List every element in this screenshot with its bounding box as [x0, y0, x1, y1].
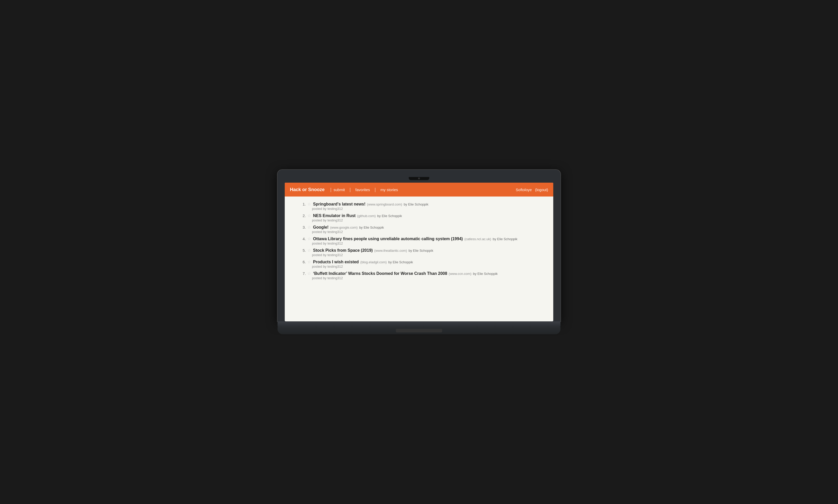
header-nav: submit | favorites | my stories: [334, 187, 398, 193]
header: Hack or Snooze | submit | favorites | my…: [285, 183, 553, 197]
story-domain: (www.springboard.com): [367, 202, 402, 206]
story-domain: (catless.ncl.ac.uk): [464, 237, 491, 241]
story-title[interactable]: ‘Buffett Indicator’ Warns Stocks Doomed …: [313, 271, 447, 276]
story-list: 1. ☆ Springboard's latest news! (www.spr…: [300, 202, 543, 280]
story-posted-by: posted by testing312: [312, 218, 343, 222]
nav-divider-3: |: [372, 187, 378, 193]
stories-content: 1. ☆ Springboard's latest news! (www.spr…: [285, 197, 553, 293]
screen-bezel: Hack or Snooze | submit | favorites | my…: [277, 170, 561, 321]
story-domain: (www.ccn.com): [449, 272, 472, 276]
story-domain: (blog.eladgil.com): [360, 260, 387, 264]
star-icon[interactable]: ☆: [307, 248, 311, 253]
story-item: 4. ☆ Ottawa Library fines people using u…: [300, 236, 543, 245]
story-sub-line: posted by testing312: [300, 253, 543, 257]
story-title[interactable]: Stock Picks from Space (2019): [313, 248, 373, 253]
story-main-line: 1. ☆ Springboard's latest news! (www.spr…: [300, 202, 543, 206]
story-sub-line: posted by testing312: [300, 207, 543, 211]
story-main-line: 7. ☆ ‘Buffett Indicator’ Warns Stocks Do…: [300, 271, 543, 276]
camera-notch: [409, 177, 429, 180]
laptop-frame: Hack or Snooze | submit | favorites | my…: [277, 170, 561, 334]
story-main-line: 6. ☆ Products I wish existed (blog.eladg…: [300, 259, 543, 264]
story-posted-by: posted by testing312: [312, 230, 343, 234]
story-sub-line: posted by testing312: [300, 218, 543, 222]
story-main-line: 5. ☆ Stock Picks from Space (2019) (www.…: [300, 248, 543, 253]
story-number: 1.: [300, 202, 306, 206]
story-number: 7.: [300, 271, 306, 276]
nav-submit[interactable]: submit: [334, 187, 345, 192]
story-sub-line: posted by testing312: [300, 241, 543, 245]
logout-button[interactable]: (logout): [535, 187, 548, 192]
story-number: 5.: [300, 248, 306, 253]
story-title[interactable]: Products I wish existed: [313, 260, 359, 264]
star-icon[interactable]: ☆: [307, 236, 311, 241]
story-by: by Elie Schoppik: [377, 214, 402, 218]
star-icon[interactable]: ☆: [307, 259, 311, 264]
story-item: 6. ☆ Products I wish existed (blog.eladg…: [300, 259, 543, 268]
story-posted-by: posted by testing312: [312, 207, 343, 211]
star-icon[interactable]: ☆: [307, 271, 311, 276]
story-posted-by: posted by testing312: [312, 265, 343, 268]
story-posted-by: posted by testing312: [312, 253, 343, 257]
story-item: 7. ☆ ‘Buffett Indicator’ Warns Stocks Do…: [300, 271, 543, 280]
story-sub-line: posted by testing312: [300, 230, 543, 234]
story-domain: (www.theatlantic.com): [374, 249, 407, 253]
star-icon[interactable]: ☆: [307, 213, 311, 218]
story-posted-by: posted by testing312: [312, 276, 343, 280]
username: Softoloye: [516, 187, 532, 192]
story-number: 2.: [300, 214, 306, 218]
screen: Hack or Snooze | submit | favorites | my…: [285, 183, 553, 321]
story-by: by Elie Schoppik: [473, 272, 498, 276]
trackpad: [396, 329, 442, 332]
story-main-line: 2. ☆ NES Emulator in Rust (github.com) b…: [300, 213, 543, 218]
story-title[interactable]: Ottawa Library fines people using unreli…: [313, 237, 463, 241]
story-by: by Elie Schoppik: [408, 249, 433, 253]
story-main-line: 4. ☆ Ottawa Library fines people using u…: [300, 236, 543, 241]
nav-my-stories[interactable]: my stories: [380, 187, 398, 192]
laptop-bottom: [277, 321, 561, 327]
story-by: by Elie Schoppik: [359, 226, 384, 229]
story-item: 3. ☆ Google! (www.google.com) by Elie Sc…: [300, 225, 543, 234]
story-domain: (github.com): [357, 214, 376, 218]
story-title[interactable]: Springboard's latest news!: [313, 202, 365, 206]
nav-divider-2: |: [347, 187, 354, 193]
laptop-trackpad-area: [277, 327, 561, 334]
story-number: 3.: [300, 225, 306, 229]
story-posted-by: posted by testing312: [312, 241, 343, 245]
story-main-line: 3. ☆ Google! (www.google.com) by Elie Sc…: [300, 225, 543, 230]
nav-divider-1: |: [330, 187, 331, 193]
story-by: by Elie Schoppik: [388, 260, 413, 264]
story-number: 6.: [300, 260, 306, 264]
story-item: 1. ☆ Springboard's latest news! (www.spr…: [300, 202, 543, 211]
story-sub-line: posted by testing312: [300, 276, 543, 280]
story-item: 5. ☆ Stock Picks from Space (2019) (www.…: [300, 248, 543, 257]
story-domain: (www.google.com): [330, 226, 358, 229]
header-user: Softoloye (logout): [516, 187, 548, 192]
star-icon[interactable]: ☆: [307, 202, 311, 206]
nav-favorites[interactable]: favorites: [356, 187, 370, 192]
story-sub-line: posted by testing312: [300, 265, 543, 268]
story-number: 4.: [300, 237, 306, 241]
story-by: by Elie Schoppik: [493, 237, 517, 241]
star-icon[interactable]: ☆: [307, 225, 311, 230]
story-title[interactable]: Google!: [313, 225, 328, 230]
story-item: 2. ☆ NES Emulator in Rust (github.com) b…: [300, 213, 543, 222]
camera-dot: [418, 178, 420, 179]
app-logo[interactable]: Hack or Snooze: [290, 187, 325, 193]
story-title[interactable]: NES Emulator in Rust: [313, 214, 356, 218]
story-by: by Elie Schoppik: [404, 202, 428, 206]
